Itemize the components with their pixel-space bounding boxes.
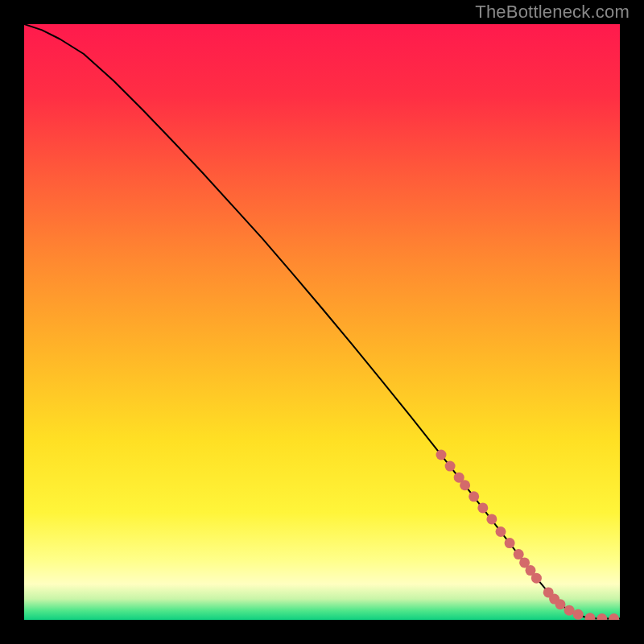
- plot-background: [24, 24, 620, 620]
- svg-rect-0: [24, 24, 620, 620]
- chart-frame: TheBottleneck.com: [0, 0, 644, 644]
- watermark: TheBottleneck.com: [475, 2, 630, 23]
